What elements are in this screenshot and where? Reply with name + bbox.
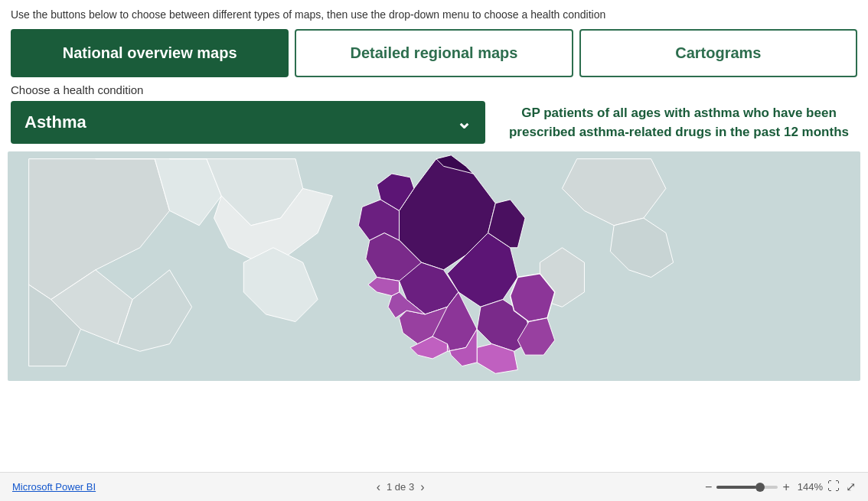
choose-label: Choose a health condition: [11, 83, 485, 96]
map-type-buttons: National overview maps Detailed regional…: [0, 29, 868, 77]
left-controls: Choose a health condition Asthma ⌄: [11, 83, 485, 144]
selected-condition: Asthma: [24, 112, 86, 132]
map-container: [8, 151, 860, 381]
zoom-controls: − + 144% ⛶ ⤢: [705, 480, 856, 494]
prev-page-button[interactable]: ‹: [377, 480, 380, 494]
powerbi-link[interactable]: Microsoft Power BI: [12, 481, 96, 493]
pagination-controls: ‹ 1 de 3 ›: [377, 480, 425, 494]
bottom-bar: Microsoft Power BI ‹ 1 de 3 › − + 144% ⛶…: [0, 472, 868, 501]
map-visualization: [8, 151, 860, 381]
cartograms-button[interactable]: Cartograms: [579, 29, 857, 77]
chevron-down-icon: ⌄: [456, 112, 472, 133]
fullscreen-icons: ⛶ ⤢: [827, 480, 856, 494]
top-instruction: Use the buttons below to choose between …: [0, 0, 868, 28]
zoom-in-button[interactable]: +: [782, 480, 789, 494]
zoom-level: 144%: [798, 481, 823, 493]
page-indicator: 1 de 3: [387, 481, 414, 493]
zoom-out-button[interactable]: −: [705, 480, 712, 494]
detailed-regional-button[interactable]: Detailed regional maps: [295, 29, 573, 77]
zoom-slider-fill: [716, 486, 756, 489]
next-page-button[interactable]: ›: [420, 480, 424, 494]
middle-section: Choose a health condition Asthma ⌄ GP pa…: [0, 77, 868, 144]
condition-description: GP patients of all ages with asthma who …: [501, 83, 857, 142]
zoom-slider-thumb[interactable]: [755, 483, 765, 492]
fullscreen-icon[interactable]: ⤢: [846, 480, 856, 494]
health-condition-dropdown[interactable]: Asthma ⌄: [11, 101, 485, 144]
fit-screen-icon[interactable]: ⛶: [827, 480, 840, 494]
national-overview-button[interactable]: National overview maps: [11, 29, 289, 77]
zoom-slider-track[interactable]: [716, 486, 778, 489]
